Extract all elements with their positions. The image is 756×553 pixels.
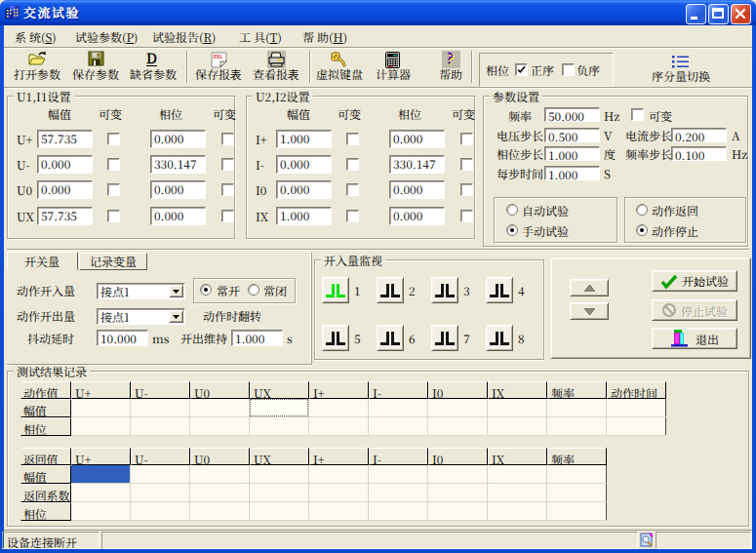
svg-text:EXL: EXL	[214, 53, 224, 59]
